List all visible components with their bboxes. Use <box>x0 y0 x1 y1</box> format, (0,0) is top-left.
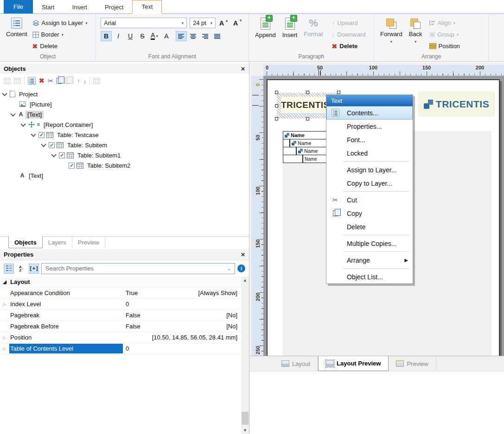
menu-item-delete[interactable]: Delete <box>326 220 413 233</box>
tree-item-table-subitem2[interactable]: ✓ Table: Subitem2 <box>0 160 249 170</box>
move-down-icon[interactable]: ↓ <box>83 77 87 84</box>
border-button[interactable]: Border▾ <box>31 29 89 40</box>
expander-icon[interactable] <box>41 142 46 147</box>
categorized-view-button[interactable] <box>4 264 14 274</box>
expand-all-button[interactable]: [+] <box>29 264 39 274</box>
menu-item-font[interactable]: Font... <box>326 133 413 146</box>
tree-item-table-subitem[interactable]: ✓ Table: Subitem <box>0 140 249 150</box>
align-center-button[interactable] <box>188 31 199 41</box>
font-size-combo[interactable]: 24 pt▾ <box>190 18 216 28</box>
panel-tab-layers[interactable]: Layers <box>43 237 72 248</box>
expander-icon[interactable] <box>10 111 15 116</box>
property-row[interactable]: Pagebreak False [No] <box>0 310 241 321</box>
tree-item-text-2[interactable]: A [Text] <box>0 170 249 181</box>
tab-file[interactable]: File <box>4 0 33 13</box>
content-button[interactable]: Content <box>3 16 31 53</box>
menu-item-object-list[interactable]: Object List... <box>326 270 413 283</box>
menu-item-cut[interactable]: ✂ Cut <box>326 193 413 207</box>
info-icon[interactable]: i <box>237 264 245 272</box>
justify-button[interactable] <box>212 31 223 41</box>
menu-item-copy[interactable]: Copy <box>326 207 413 220</box>
contents-icon[interactable] <box>28 77 36 85</box>
expander-icon[interactable] <box>31 132 36 137</box>
page-viewport[interactable]: Name Name Name Name TRICENTIS <box>263 76 504 356</box>
align-button[interactable]: Align▾ <box>427 17 462 29</box>
object-list-icon[interactable] <box>93 78 100 84</box>
tree-item-picture[interactable]: [Picture] <box>0 99 249 109</box>
italic-button[interactable]: I <box>113 31 124 41</box>
expander-icon[interactable] <box>51 152 56 157</box>
character-style-button[interactable]: A <box>161 31 172 41</box>
tree-item-report-container[interactable]: ≡ [Report Container] <box>0 120 249 130</box>
strikethrough-button[interactable]: S <box>137 31 148 41</box>
checkbox-checked[interactable]: ✓ <box>49 142 55 148</box>
collapse-group-icon[interactable]: ◢ <box>0 279 9 284</box>
property-row[interactable]: Appearance Condition True [Always Show] <box>0 288 241 299</box>
checkbox-checked[interactable]: ✓ <box>59 152 65 158</box>
resize-handle[interactable] <box>337 91 340 94</box>
property-row-selected[interactable]: ▷ Table of Contents Level 0 <box>0 343 241 354</box>
resize-handle[interactable] <box>275 91 278 94</box>
scrollbar-thumb[interactable] <box>242 412 249 425</box>
scroll-up-icon[interactable]: ▲ <box>241 277 249 284</box>
property-row[interactable]: ▷ Index Level 0 <box>0 299 241 310</box>
add-subtable-icon[interactable] <box>14 78 21 84</box>
resize-handle[interactable] <box>306 117 309 120</box>
tab-insert[interactable]: Insert <box>63 1 96 13</box>
back-button[interactable]: Back ▾ <box>406 16 426 53</box>
assign-to-layer-button[interactable]: Assign to Layer▾ <box>31 17 89 29</box>
checkbox-checked[interactable]: ✓ <box>69 163 75 169</box>
align-right-button[interactable] <box>200 31 211 41</box>
paste-icon[interactable] <box>65 78 70 84</box>
view-tab-layout-preview[interactable]: Layout Preview <box>318 356 389 371</box>
expander-icon[interactable] <box>20 121 26 126</box>
format-button[interactable]: % Format <box>300 16 326 53</box>
view-tab-preview[interactable]: Preview <box>389 356 436 371</box>
grow-font-button[interactable]: A▲ <box>218 18 230 28</box>
expander-icon[interactable]: ▷ <box>0 346 9 351</box>
downward-button[interactable]: ↓Downward <box>330 29 368 40</box>
menu-item-properties[interactable]: Properties... <box>326 120 413 133</box>
properties-scrollbar[interactable]: ▲ ▼ <box>241 277 249 434</box>
menu-item-locked[interactable]: Locked <box>326 146 413 160</box>
insert-button[interactable]: Insert <box>279 16 301 53</box>
property-row[interactable]: ▷ Position [10.50, 14.85, 56.05, 28.41 m… <box>0 332 241 343</box>
expander-icon[interactable]: ▷ <box>0 302 9 307</box>
resize-handle[interactable] <box>275 117 278 120</box>
menu-item-contents[interactable]: Contents... <box>326 106 413 120</box>
expander-icon[interactable] <box>2 91 7 96</box>
add-table-icon[interactable] <box>4 78 11 84</box>
resize-handle[interactable] <box>306 91 309 94</box>
scroll-down-icon[interactable]: ▼ <box>241 427 249 434</box>
panel-tab-preview[interactable]: Preview <box>72 237 105 248</box>
tree-item-table-subitem1[interactable]: ✓ Table: Subitem1 <box>0 150 249 160</box>
tree-item-text[interactable]: A [Text] <box>0 109 249 120</box>
tree-item-project[interactable]: Project <box>0 89 249 99</box>
property-group-layout[interactable]: ◢ Layout <box>0 277 241 288</box>
view-tab-layout[interactable]: Layout <box>274 356 318 371</box>
menu-item-copy-to-layer[interactable]: Copy to Layer... <box>326 176 413 190</box>
checkbox-checked[interactable]: ✓ <box>38 132 45 138</box>
alphabetical-sort-button[interactable]: AZ↓ <box>16 264 26 274</box>
menu-item-arrange[interactable]: Arrange ▶ <box>326 253 413 267</box>
bold-button[interactable]: B <box>101 31 112 41</box>
menu-item-assign-to-layer[interactable]: Assign to Layer... <box>326 163 413 176</box>
close-icon[interactable]: ✕ <box>241 252 245 258</box>
search-properties-input[interactable]: Search Properties ⌄ <box>41 263 235 274</box>
delete-icon[interactable]: ✖ <box>39 77 45 84</box>
cut-icon[interactable]: ✂ <box>48 77 54 84</box>
font-color-button[interactable]: A▾ <box>149 31 160 41</box>
append-button[interactable]: Append <box>252 16 279 53</box>
copy-icon[interactable] <box>57 78 62 84</box>
move-up-icon[interactable]: ↑ <box>77 77 80 84</box>
expander-icon[interactable]: ▷ <box>0 335 9 340</box>
align-left-button[interactable] <box>176 31 187 41</box>
close-icon[interactable]: ✕ <box>241 66 245 72</box>
underline-button[interactable]: U <box>125 31 136 41</box>
upward-button[interactable]: ↑Upward <box>330 17 368 29</box>
property-row[interactable]: Pagebreak Before False [No] <box>0 321 241 332</box>
tricentis-logo-object[interactable]: TRICENTIS <box>418 91 495 117</box>
tab-text[interactable]: Text <box>132 0 162 14</box>
menu-item-multiple-copies[interactable]: Multiple Copies... <box>326 237 413 250</box>
delete-object-button[interactable]: ✖ Delete <box>31 40 89 52</box>
